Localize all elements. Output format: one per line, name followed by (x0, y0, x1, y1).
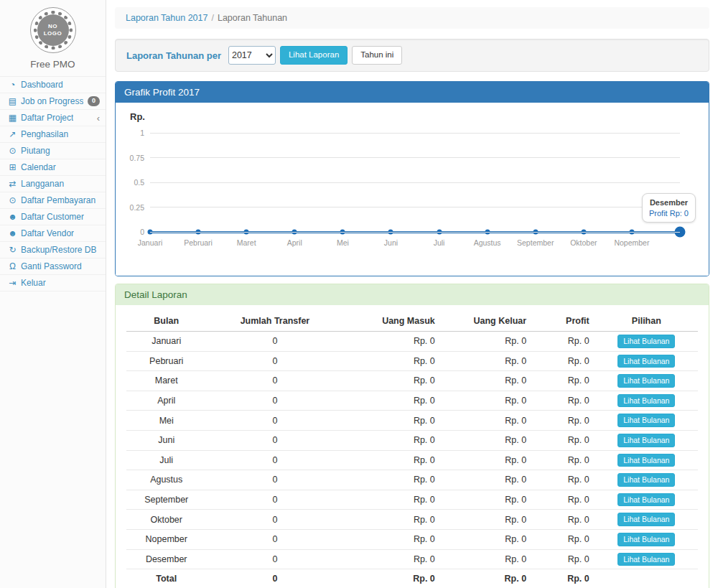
sidebar-item-backup-restore-db[interactable]: ↻ Backup/Restore DB (0, 242, 106, 258)
x-tick-label: Januari (138, 238, 162, 247)
cell-uang_keluar: Rp. 0 (441, 490, 532, 510)
report-filter-toolbar: Laporan Tahunan per 2017 Lihat Laporan T… (115, 39, 709, 72)
profit-chart-panel: Grafik Profit 2017 Rp. Bulan JanuariPebr… (115, 81, 709, 276)
cell-bulan: Oktober (126, 510, 206, 530)
cell-uang_keluar: Rp. 0 (441, 371, 532, 391)
sidebar-item-keluar[interactable]: ⇥ Keluar (0, 275, 106, 291)
sidebar: NO LOGO Free PMO ◔ Dashboard ▤ Job on Pr… (0, 0, 106, 588)
breadcrumb-link-laporan-tahun[interactable]: Laporan Tahun 2017 (126, 13, 208, 23)
gridline (150, 207, 680, 207)
y-tick-label: 0.25 (116, 203, 144, 212)
table-row-pebruari: Pebruari 0 Rp. 0 Rp. 0 Rp. 0 Lihat Bulan… (126, 351, 698, 371)
cell-uang_masuk: Rp. 0 (343, 332, 440, 352)
y-tick-label: 0.75 (116, 154, 144, 162)
cell-profit: Rp. 0 (532, 332, 595, 352)
year-select[interactable]: 2017 (228, 46, 276, 65)
lihat-bulanan-button[interactable]: Lihat Bulanan (617, 374, 675, 388)
table-row-desember: Desember 0 Rp. 0 Rp. 0 Rp. 0 Lihat Bulan… (126, 549, 698, 569)
lihat-bulanan-button[interactable]: Lihat Bulanan (617, 533, 675, 546)
cell-uang_masuk: Rp. 0 (343, 510, 440, 530)
table-row-juli: Juli 0 Rp. 0 Rp. 0 Rp. 0 Lihat Bulanan (126, 450, 698, 470)
sidebar-item-label: Keluar (21, 278, 46, 288)
cell-jumlah_transfer: 0 (206, 411, 343, 431)
x-tick-label: Oktober (570, 238, 597, 247)
report-panel-title: Detail Laporan (116, 284, 709, 305)
sidebar-item-daftar-project[interactable]: ▦ Daftar Project ‹ (0, 110, 106, 126)
col-header-jumlah-transfer: Jumlah Transfer (206, 311, 343, 332)
refresh-icon: ↻ (6, 245, 19, 255)
chart-tooltip: Desember Profit Rp: 0 (642, 193, 696, 223)
tooltip-value: Profit Rp: 0 (649, 209, 689, 218)
cell-bulan: April (126, 391, 206, 411)
tahun-ini-button[interactable]: Tahun ini (352, 46, 402, 65)
report-table-wrapper: Bulan Jumlah Transfer Uang Masuk Uang Ke… (116, 305, 709, 588)
cell-uang_keluar: Rp. 0 (441, 351, 532, 371)
cell-uang_masuk: Rp. 0 (343, 391, 440, 411)
lihat-bulanan-button[interactable]: Lihat Bulanan (617, 513, 675, 526)
cell-uang_masuk: Rp. 0 (343, 351, 440, 371)
cell-uang_keluar: Rp. 0 (441, 411, 532, 431)
sidebar-item-piutang[interactable]: ⊙ Piutang (0, 143, 106, 159)
lihat-bulanan-button[interactable]: Lihat Bulanan (617, 355, 675, 368)
col-header-uang-keluar: Uang Keluar (441, 311, 532, 332)
no-logo-badge-icon: NO LOGO (30, 7, 76, 53)
x-tick-label: Agustus (474, 238, 501, 247)
breadcrumb-separator: / (211, 13, 213, 23)
lihat-bulanan-button[interactable]: Lihat Bulanan (617, 434, 675, 447)
page: NO LOGO Free PMO ◔ Dashboard ▤ Job on Pr… (0, 0, 718, 588)
sidebar-item-label: Daftar Pembayaran (21, 195, 95, 205)
lihat-bulanan-button[interactable]: Lihat Bulanan (617, 335, 675, 348)
x-tick-label: Nopember (614, 238, 649, 247)
gridline (150, 133, 680, 134)
cell-profit: Rp. 0 (532, 411, 595, 431)
sign-out-icon: ⇥ (6, 278, 19, 288)
table-row-mei: Mei 0 Rp. 0 Rp. 0 Rp. 0 Lihat Bulanan (126, 411, 698, 431)
table-row-agustus: Agustus 0 Rp. 0 Rp. 0 Rp. 0 Lihat Bulana… (126, 470, 698, 490)
cell-jumlah_transfer: 0 (206, 391, 343, 411)
lihat-bulanan-button[interactable]: Lihat Bulanan (617, 493, 675, 507)
lihat-bulanan-button[interactable]: Lihat Bulanan (617, 473, 675, 487)
count-badge: 0 (88, 96, 100, 106)
cell-profit: Rp. 0 (532, 371, 595, 391)
exchange-icon: ⇄ (6, 179, 19, 189)
lihat-bulanan-button[interactable]: Lihat Bulanan (617, 553, 675, 566)
table-row-januari: Januari 0 Rp. 0 Rp. 0 Rp. 0 Lihat Bulana… (126, 332, 698, 352)
lihat-bulanan-button[interactable]: Lihat Bulanan (617, 394, 675, 408)
cell-uang_masuk: Rp. 0 (343, 371, 440, 391)
y-tick-label: 0 (116, 228, 144, 236)
logo-text-line1: NO (48, 23, 57, 30)
sidebar-item-job-on-progress[interactable]: ▤ Job on Progress 0 (0, 93, 106, 110)
sidebar-item-label: Dashboard (21, 80, 63, 90)
cell-bulan: Agustus (126, 470, 206, 490)
sidebar-item-daftar-vendor[interactable]: ☻ Daftar Vendor (0, 225, 106, 242)
report-table: Bulan Jumlah Transfer Uang Masuk Uang Ke… (126, 311, 698, 587)
cell-bulan: September (126, 490, 206, 510)
sidebar-item-dashboard[interactable]: ◔ Dashboard (0, 77, 106, 93)
lihat-bulanan-button[interactable]: Lihat Bulanan (617, 454, 675, 467)
sidebar-item-ganti-password[interactable]: Ω Ganti Password (0, 258, 106, 275)
lock-icon: Ω (6, 261, 19, 271)
x-axis-title: Bulan (150, 274, 680, 276)
breadcrumb-current: Laporan Tahunan (218, 13, 287, 23)
sidebar-item-daftar-customer[interactable]: ☻ Daftar Customer (0, 209, 106, 225)
task-list-icon: ▤ (6, 96, 19, 106)
cell-bulan: Juli (126, 450, 206, 470)
sidebar-item-label: Daftar Customer (21, 212, 84, 222)
gridline (150, 232, 680, 233)
table-row-juni: Juni 0 Rp. 0 Rp. 0 Rp. 0 Lihat Bulanan (126, 430, 698, 450)
cell-bulan: Maret (126, 371, 206, 391)
sidebar-item-langganan[interactable]: ⇄ Langganan (0, 176, 106, 192)
cell-uang_keluar: Rp. 0 (441, 529, 532, 549)
sidebar-item-calendar[interactable]: ⊞ Calendar (0, 159, 106, 176)
cell-bulan: Desember (126, 549, 206, 569)
cell-uang_keluar: Rp. 0 (441, 450, 532, 470)
sidebar-item-penghasilan[interactable]: ↗ Penghasilan (0, 126, 106, 143)
cell-bulan: Mei (126, 411, 206, 431)
cell-uang_masuk: Rp. 0 (343, 411, 440, 431)
sidebar-item-daftar-pembayaran[interactable]: ⊙ Daftar Pembayaran (0, 192, 106, 209)
lihat-laporan-button[interactable]: Lihat Laporan (280, 46, 348, 65)
total-uang-masuk: Rp. 0 (343, 569, 440, 587)
total-profit: Rp. 0 (532, 569, 595, 587)
total-pilihan-empty (595, 569, 698, 587)
lihat-bulanan-button[interactable]: Lihat Bulanan (617, 414, 675, 427)
